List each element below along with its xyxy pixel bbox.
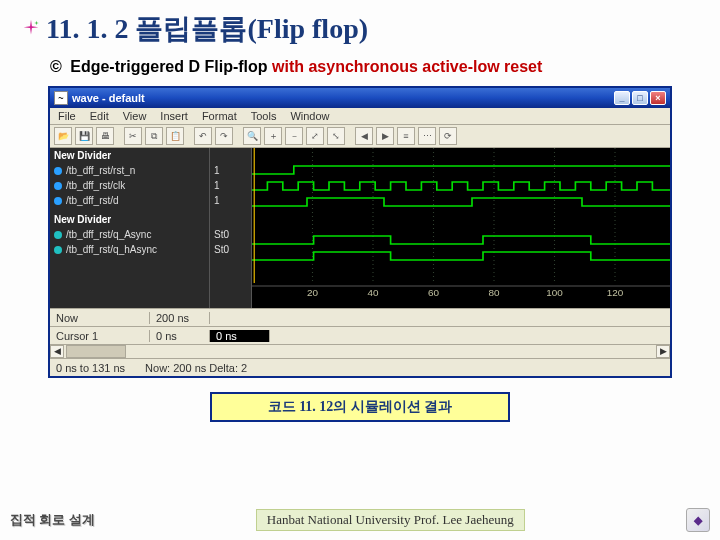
now-value: 200 ns (150, 312, 210, 324)
menu-file[interactable]: File (58, 110, 76, 122)
slide-footer: 집적 회로 설계 Hanbat National University Prof… (0, 508, 720, 532)
menu-tools[interactable]: Tools (251, 110, 277, 122)
sparkle-icon (20, 18, 42, 40)
cursor-val-a: 0 ns (150, 330, 210, 342)
close-button[interactable]: × (650, 91, 666, 105)
signal-value: 1 (210, 163, 251, 178)
scroll-left-icon[interactable]: ◀ (50, 345, 64, 358)
restart-icon[interactable]: ⟳ (439, 127, 457, 145)
svg-text:100: 100 (546, 287, 563, 297)
waveform-panel[interactable]: 20 40 60 80 100 120 (252, 148, 670, 308)
cursor-label: Cursor 1 (50, 330, 150, 342)
status-range: 0 ns to 131 ns (56, 362, 125, 374)
minimize-button[interactable]: _ (614, 91, 630, 105)
redo-icon[interactable]: ↷ (215, 127, 233, 145)
signal-item[interactable]: /tb_dff_rst/rst_n (50, 163, 209, 178)
signal-item[interactable]: /tb_dff_rst/q_Async (50, 227, 209, 242)
zoom-in-icon[interactable]: ＋ (264, 127, 282, 145)
window-titlebar[interactable]: ~ wave - default _ □ × (50, 88, 670, 108)
scroll-right-icon[interactable]: ▶ (656, 345, 670, 358)
wave-info-bars: Now 200 ns Cursor 1 0 ns 0 ns ◀ ▶ 0 ns t… (50, 308, 670, 376)
footer-logo-icon: ◆ (686, 508, 710, 532)
signal-value: St0 (210, 242, 251, 257)
menu-insert[interactable]: Insert (160, 110, 188, 122)
zoom-full-icon[interactable]: ⤢ (306, 127, 324, 145)
save-icon[interactable]: 💾 (75, 127, 93, 145)
menu-format[interactable]: Format (202, 110, 237, 122)
open-icon[interactable]: 📂 (54, 127, 72, 145)
print-icon[interactable]: 🖶 (96, 127, 114, 145)
maximize-button[interactable]: □ (632, 91, 648, 105)
figure-caption: 코드 11. 12의 시뮬레이션 결과 (210, 392, 510, 422)
slide-subtitle: © Edge-triggered D Flip-flop with asynch… (50, 58, 700, 76)
status-now: Now: 200 ns Delta: 2 (145, 362, 247, 374)
cursor-next-icon[interactable]: ▶ (376, 127, 394, 145)
window-title: wave - default (72, 92, 145, 104)
cut-icon[interactable]: ✂ (124, 127, 142, 145)
wave-window: ~ wave - default _ □ × File Edit View In… (48, 86, 672, 378)
svg-text:80: 80 (488, 287, 499, 297)
menu-edit[interactable]: Edit (90, 110, 109, 122)
signal-value: 1 (210, 178, 251, 193)
svg-text:120: 120 (607, 287, 624, 297)
menu-bar: File Edit View Insert Format Tools Windo… (50, 108, 670, 125)
svg-text:40: 40 (367, 287, 378, 297)
paste-icon[interactable]: 📋 (166, 127, 184, 145)
cursor-prev-icon[interactable]: ◀ (355, 127, 373, 145)
cursor-val-b: 0 ns (210, 330, 270, 342)
signal-value: St0 (210, 227, 251, 242)
zoom-fit-icon[interactable]: ⤡ (327, 127, 345, 145)
undo-icon[interactable]: ↶ (194, 127, 212, 145)
toolbar-row1: 📂 💾 🖶 ✂ ⧉ 📋 ↶ ↷ 🔍 ＋ － ⤢ ⤡ ◀ ▶ ≡ ⋯ ⟳ (50, 125, 670, 148)
zoom-out-icon[interactable]: － (285, 127, 303, 145)
svg-text:20: 20 (307, 287, 318, 297)
menu-window[interactable]: Window (290, 110, 329, 122)
find-icon[interactable]: 🔍 (243, 127, 261, 145)
menu-view[interactable]: View (123, 110, 147, 122)
svg-text:60: 60 (428, 287, 439, 297)
footer-left-text: 집적 회로 설계 (10, 511, 95, 529)
signal-divider: New Divider (50, 148, 209, 163)
slide-title: 11. 1. 2 플립플롭(Flip flop) (46, 10, 368, 48)
signal-divider: New Divider (50, 212, 209, 227)
signal-item[interactable]: /tb_dff_rst/d (50, 193, 209, 208)
signal-value: 1 (210, 193, 251, 208)
copyright-icon: © (50, 58, 62, 75)
list-icon[interactable]: ≡ (397, 127, 415, 145)
options-icon[interactable]: ⋯ (418, 127, 436, 145)
signal-item[interactable]: /tb_dff_rst/clk (50, 178, 209, 193)
h-scrollbar[interactable]: ◀ ▶ (50, 344, 670, 358)
signal-value-panel: 1 1 1 St0 St0 (210, 148, 252, 308)
footer-attribution: Hanbat National University Prof. Lee Jae… (256, 509, 525, 531)
signal-name-panel[interactable]: New Divider /tb_dff_rst/rst_n /tb_dff_rs… (50, 148, 210, 308)
slide-title-row: 11. 1. 2 플립플롭(Flip flop) (20, 10, 700, 48)
scroll-thumb[interactable] (66, 345, 126, 358)
signal-item[interactable]: /tb_dff_rst/q_hAsync (50, 242, 209, 257)
copy-icon[interactable]: ⧉ (145, 127, 163, 145)
now-label: Now (50, 312, 150, 324)
wave-area: New Divider /tb_dff_rst/rst_n /tb_dff_rs… (50, 148, 670, 308)
app-icon: ~ (54, 91, 68, 105)
